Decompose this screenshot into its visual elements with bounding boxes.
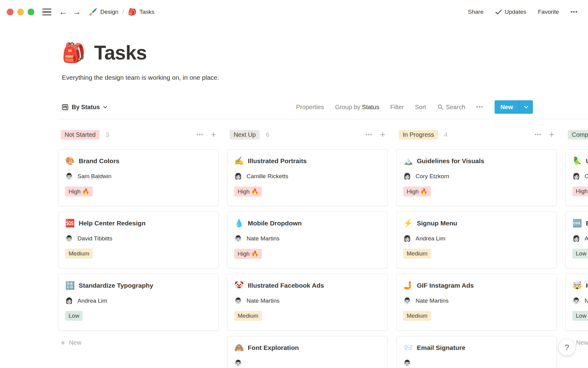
view-more-button[interactable]: •••	[476, 104, 484, 110]
priority-badge: Medium	[403, 311, 431, 321]
task-card[interactable]: 🤳 GIF Instagram Ads 👨🏻 Nate Martins Medi…	[396, 274, 557, 331]
help-button[interactable]: ?	[559, 339, 575, 356]
group-by-button[interactable]: Group by Status	[335, 104, 379, 111]
incoming-envelope-icon: 📨	[403, 344, 413, 351]
priority-badge: Medium	[234, 311, 262, 321]
column-count: 6	[266, 131, 269, 138]
add-new-label: New	[576, 339, 588, 346]
new-button-dropdown[interactable]	[519, 100, 533, 114]
column-badge: Not Started	[61, 130, 100, 140]
column-count: 4	[444, 131, 447, 138]
back-button[interactable]: ←	[59, 8, 67, 16]
backpack-icon: 🎒	[128, 9, 136, 15]
new-button-group: New	[495, 100, 533, 114]
sidebar-menu-icon[interactable]	[42, 9, 51, 16]
column-next-up: Next Up 6 ••• + ✍️ Illustrated Portraits…	[227, 129, 388, 368]
breadcrumb-tasks-label: Tasks	[139, 9, 154, 15]
task-card[interactable]: ⚡ Signup Menu 👩🏻 Andrea Lim Medium	[396, 212, 557, 268]
chevron-down-icon	[524, 106, 528, 109]
avatar: 👨🏻	[572, 297, 580, 305]
column-more-icon[interactable]: •••	[197, 132, 204, 137]
plus-icon: +	[61, 339, 65, 347]
column-add-icon[interactable]: +	[380, 130, 385, 139]
assignee-name: N	[585, 297, 588, 304]
lightning-icon: ⚡	[403, 219, 413, 227]
card-title: Email Signature	[417, 344, 466, 351]
card-title: Illustrated Facebook Ads	[248, 282, 324, 289]
task-card[interactable]: 🎨 Brand Colors 👨🏻 Sam Baldwin High 🔥	[58, 149, 219, 206]
avatar: 👨🏻	[234, 235, 242, 242]
avatar: 👨🏻	[403, 297, 411, 305]
group-by-value: Status	[362, 104, 379, 110]
card-title: GIF Instagram Ads	[417, 282, 474, 289]
droplet-icon: 💧	[234, 219, 243, 227]
check-icon	[495, 9, 502, 15]
card-title: H	[586, 282, 588, 289]
task-card[interactable]: 🙈 Font Exploration 👨🏻	[227, 336, 388, 368]
avatar: 👩🏻	[572, 172, 580, 180]
paintbrush-icon: 🖌️	[89, 9, 97, 15]
column-more-icon[interactable]: •••	[366, 132, 373, 137]
properties-button[interactable]: Properties	[296, 104, 324, 111]
card-title: Font Exploration	[248, 344, 299, 351]
column-add-icon[interactable]: +	[211, 130, 216, 139]
search-label: Search	[446, 104, 465, 111]
more-options-button[interactable]: •••	[571, 9, 578, 15]
assignee-name: Sam Baldwin	[77, 173, 111, 180]
minimize-window-button[interactable]	[17, 9, 24, 15]
task-card[interactable]: ✍️ Illustrated Portraits 👩🏻 Camille Rick…	[227, 149, 388, 206]
share-button[interactable]: Share	[468, 9, 484, 15]
see-no-evil-monkey-icon: 🙈	[234, 344, 243, 351]
task-card[interactable]: 🦜 U 👩🏻 C High	[565, 149, 588, 206]
board-view-icon	[62, 104, 68, 110]
updates-button[interactable]: Updates	[495, 9, 526, 15]
task-card[interactable]: 💧 Mobile Dropdown 👨🏻 Nate Martins High 🔥	[227, 212, 388, 268]
avatar: 👨🏻	[65, 172, 73, 180]
card-title: Guidelines for Visuals	[417, 157, 484, 165]
selfie-icon: 🤳	[403, 282, 413, 289]
column-not-started: Not Started 3 ••• + 🎨 Brand Colors 👨🏻 Sa…	[58, 129, 219, 349]
breadcrumb: 🖌️ Design / 🎒 Tasks	[89, 9, 154, 15]
new-button[interactable]: New	[495, 100, 519, 114]
avatar: 👨🏻	[65, 235, 73, 242]
forward-button[interactable]: →	[72, 8, 81, 16]
breadcrumb-separator: /	[123, 9, 124, 15]
page-icon[interactable]: 🎒	[62, 43, 85, 62]
add-new-card-button[interactable]: + New	[58, 336, 219, 349]
column-badge: In Progress	[399, 130, 438, 140]
task-card[interactable]: 🏔️ Guidelines for Visuals 👩🏻 Cory Etzkor…	[396, 149, 557, 206]
task-card[interactable]: 🤡 Illustrated Facebook Ads 👨🏻 Nate Marti…	[227, 274, 388, 331]
card-title: Mobile Dropdown	[248, 220, 302, 227]
column-add-icon[interactable]: +	[549, 130, 554, 139]
breadcrumb-tasks[interactable]: 🎒 Tasks	[128, 9, 154, 15]
favorite-button[interactable]: Favorite	[538, 9, 559, 15]
search-button[interactable]: Search	[437, 104, 465, 111]
zoom-window-button[interactable]	[28, 9, 34, 15]
avatar: 👨🏻	[234, 359, 242, 367]
priority-badge: High 🔥	[234, 186, 262, 197]
close-window-button[interactable]	[7, 9, 13, 15]
priority-badge: High 🔥	[403, 186, 431, 197]
priority-badge: Medium	[403, 249, 431, 259]
view-switcher-label: By Status	[72, 104, 100, 111]
task-card[interactable]: 🆒 E 👩🏻 A Low	[565, 212, 588, 268]
column-count: 3	[106, 131, 109, 138]
assignee-name: Nate Martins	[247, 235, 280, 242]
task-card[interactable]: 🤯 H 👨🏻 N Low	[565, 274, 588, 331]
card-title: Illustrated Portraits	[248, 157, 307, 165]
column-more-icon[interactable]: •••	[535, 132, 542, 137]
breadcrumb-design[interactable]: 🖌️ Design	[89, 9, 119, 15]
view-switcher[interactable]: By Status	[62, 104, 107, 111]
sort-button[interactable]: Sort	[415, 104, 426, 111]
priority-badge: High	[572, 186, 588, 196]
priority-badge: Low	[572, 311, 588, 321]
filter-button[interactable]: Filter	[390, 104, 404, 111]
task-card[interactable]: 📨 Email Signature 👨🏻	[396, 336, 557, 368]
view-toolbar: By Status Properties Group by Status Fil…	[62, 100, 533, 114]
window-titlebar: ← → 🖌️ Design / 🎒 Tasks Share Updates Fa…	[0, 0, 588, 24]
task-card[interactable]: 🆘 Help Center Redesign 👨🏻 David Tibbitts…	[58, 212, 219, 268]
card-title: U	[586, 157, 588, 165]
breadcrumb-design-label: Design	[100, 9, 118, 15]
assignee-name: Cory Etzkorn	[416, 173, 449, 180]
task-card[interactable]: 🔠 Standardize Typography 👩🏻 Andrea Lim L…	[58, 274, 219, 331]
